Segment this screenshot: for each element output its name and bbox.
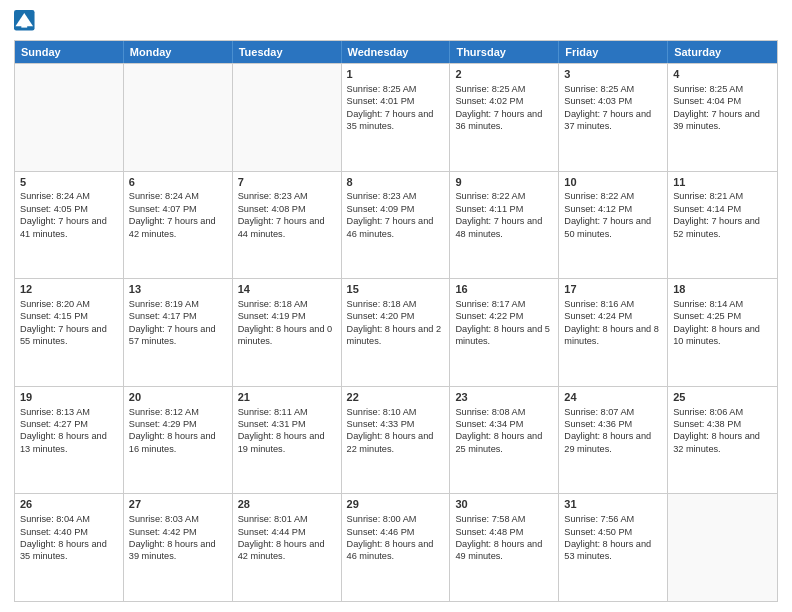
sunset: Sunset: 4:17 PM <box>129 311 197 321</box>
daylight: Daylight: 8 hours and 0 minutes. <box>238 324 333 346</box>
daylight: Daylight: 8 hours and 8 minutes. <box>564 324 659 346</box>
sunrise: Sunrise: 8:03 AM <box>129 514 199 524</box>
daylight: Daylight: 7 hours and 37 minutes. <box>564 109 651 131</box>
calendar-cell: 19Sunrise: 8:13 AMSunset: 4:27 PMDayligh… <box>15 387 124 494</box>
daylight: Daylight: 8 hours and 35 minutes. <box>20 539 107 561</box>
daylight: Daylight: 8 hours and 13 minutes. <box>20 431 107 453</box>
sunrise: Sunrise: 7:58 AM <box>455 514 525 524</box>
calendar-cell: 27Sunrise: 8:03 AMSunset: 4:42 PMDayligh… <box>124 494 233 601</box>
calendar-row-4: 26Sunrise: 8:04 AMSunset: 4:40 PMDayligh… <box>15 493 777 601</box>
calendar-cell: 14Sunrise: 8:18 AMSunset: 4:19 PMDayligh… <box>233 279 342 386</box>
calendar-cell: 12Sunrise: 8:20 AMSunset: 4:15 PMDayligh… <box>15 279 124 386</box>
sunrise: Sunrise: 8:18 AM <box>347 299 417 309</box>
daylight: Daylight: 7 hours and 57 minutes. <box>129 324 216 346</box>
calendar-cell: 5Sunrise: 8:24 AMSunset: 4:05 PMDaylight… <box>15 172 124 279</box>
sunset: Sunset: 4:29 PM <box>129 419 197 429</box>
calendar-cell <box>233 64 342 171</box>
sunrise: Sunrise: 8:22 AM <box>455 191 525 201</box>
sunset: Sunset: 4:08 PM <box>238 204 306 214</box>
day-number: 23 <box>455 390 553 405</box>
sunset: Sunset: 4:38 PM <box>673 419 741 429</box>
day-number: 15 <box>347 282 445 297</box>
sunset: Sunset: 4:50 PM <box>564 527 632 537</box>
day-number: 29 <box>347 497 445 512</box>
sunset: Sunset: 4:34 PM <box>455 419 523 429</box>
day-number: 18 <box>673 282 772 297</box>
sunset: Sunset: 4:11 PM <box>455 204 523 214</box>
daylight: Daylight: 8 hours and 46 minutes. <box>347 539 434 561</box>
daylight: Daylight: 8 hours and 22 minutes. <box>347 431 434 453</box>
sunrise: Sunrise: 8:10 AM <box>347 407 417 417</box>
sunset: Sunset: 4:42 PM <box>129 527 197 537</box>
day-number: 10 <box>564 175 662 190</box>
calendar-cell: 18Sunrise: 8:14 AMSunset: 4:25 PMDayligh… <box>668 279 777 386</box>
calendar-cell: 3Sunrise: 8:25 AMSunset: 4:03 PMDaylight… <box>559 64 668 171</box>
header-day-tuesday: Tuesday <box>233 41 342 63</box>
calendar-body: 1Sunrise: 8:25 AMSunset: 4:01 PMDaylight… <box>15 63 777 601</box>
daylight: Daylight: 8 hours and 5 minutes. <box>455 324 550 346</box>
sunset: Sunset: 4:04 PM <box>673 96 741 106</box>
sunset: Sunset: 4:31 PM <box>238 419 306 429</box>
calendar-cell: 28Sunrise: 8:01 AMSunset: 4:44 PMDayligh… <box>233 494 342 601</box>
calendar: SundayMondayTuesdayWednesdayThursdayFrid… <box>14 40 778 602</box>
sunset: Sunset: 4:48 PM <box>455 527 523 537</box>
sunset: Sunset: 4:25 PM <box>673 311 741 321</box>
daylight: Daylight: 8 hours and 32 minutes. <box>673 431 760 453</box>
daylight: Daylight: 8 hours and 29 minutes. <box>564 431 651 453</box>
daylight: Daylight: 7 hours and 39 minutes. <box>673 109 760 131</box>
calendar-cell <box>15 64 124 171</box>
daylight: Daylight: 8 hours and 49 minutes. <box>455 539 542 561</box>
sunrise: Sunrise: 8:25 AM <box>455 84 525 94</box>
sunset: Sunset: 4:40 PM <box>20 527 88 537</box>
calendar-cell: 2Sunrise: 8:25 AMSunset: 4:02 PMDaylight… <box>450 64 559 171</box>
calendar-cell: 24Sunrise: 8:07 AMSunset: 4:36 PMDayligh… <box>559 387 668 494</box>
calendar-cell: 13Sunrise: 8:19 AMSunset: 4:17 PMDayligh… <box>124 279 233 386</box>
calendar-cell: 15Sunrise: 8:18 AMSunset: 4:20 PMDayligh… <box>342 279 451 386</box>
calendar-row-0: 1Sunrise: 8:25 AMSunset: 4:01 PMDaylight… <box>15 63 777 171</box>
sunrise: Sunrise: 8:11 AM <box>238 407 308 417</box>
calendar-cell: 26Sunrise: 8:04 AMSunset: 4:40 PMDayligh… <box>15 494 124 601</box>
calendar-cell: 17Sunrise: 8:16 AMSunset: 4:24 PMDayligh… <box>559 279 668 386</box>
day-number: 25 <box>673 390 772 405</box>
daylight: Daylight: 8 hours and 42 minutes. <box>238 539 325 561</box>
calendar-cell: 23Sunrise: 8:08 AMSunset: 4:34 PMDayligh… <box>450 387 559 494</box>
sunrise: Sunrise: 8:24 AM <box>129 191 199 201</box>
day-number: 19 <box>20 390 118 405</box>
daylight: Daylight: 7 hours and 36 minutes. <box>455 109 542 131</box>
sunset: Sunset: 4:19 PM <box>238 311 306 321</box>
day-number: 28 <box>238 497 336 512</box>
day-number: 26 <box>20 497 118 512</box>
calendar-cell: 9Sunrise: 8:22 AMSunset: 4:11 PMDaylight… <box>450 172 559 279</box>
sunset: Sunset: 4:09 PM <box>347 204 415 214</box>
header <box>14 10 778 32</box>
sunrise: Sunrise: 8:25 AM <box>673 84 743 94</box>
daylight: Daylight: 8 hours and 19 minutes. <box>238 431 325 453</box>
day-number: 16 <box>455 282 553 297</box>
sunrise: Sunrise: 8:25 AM <box>347 84 417 94</box>
calendar-cell: 6Sunrise: 8:24 AMSunset: 4:07 PMDaylight… <box>124 172 233 279</box>
calendar-cell: 16Sunrise: 8:17 AMSunset: 4:22 PMDayligh… <box>450 279 559 386</box>
daylight: Daylight: 8 hours and 53 minutes. <box>564 539 651 561</box>
calendar-cell: 21Sunrise: 8:11 AMSunset: 4:31 PMDayligh… <box>233 387 342 494</box>
sunrise: Sunrise: 8:22 AM <box>564 191 634 201</box>
logo-icon <box>14 10 36 32</box>
sunset: Sunset: 4:46 PM <box>347 527 415 537</box>
sunrise: Sunrise: 7:56 AM <box>564 514 634 524</box>
day-number: 2 <box>455 67 553 82</box>
sunset: Sunset: 4:14 PM <box>673 204 741 214</box>
header-day-sunday: Sunday <box>15 41 124 63</box>
sunrise: Sunrise: 8:25 AM <box>564 84 634 94</box>
sunrise: Sunrise: 8:16 AM <box>564 299 634 309</box>
sunset: Sunset: 4:33 PM <box>347 419 415 429</box>
sunrise: Sunrise: 8:24 AM <box>20 191 90 201</box>
calendar-cell <box>668 494 777 601</box>
day-number: 11 <box>673 175 772 190</box>
calendar-cell: 31Sunrise: 7:56 AMSunset: 4:50 PMDayligh… <box>559 494 668 601</box>
calendar-cell <box>124 64 233 171</box>
logo <box>14 10 40 32</box>
day-number: 31 <box>564 497 662 512</box>
calendar-row-2: 12Sunrise: 8:20 AMSunset: 4:15 PMDayligh… <box>15 278 777 386</box>
daylight: Daylight: 7 hours and 35 minutes. <box>347 109 434 131</box>
sunset: Sunset: 4:36 PM <box>564 419 632 429</box>
day-number: 14 <box>238 282 336 297</box>
